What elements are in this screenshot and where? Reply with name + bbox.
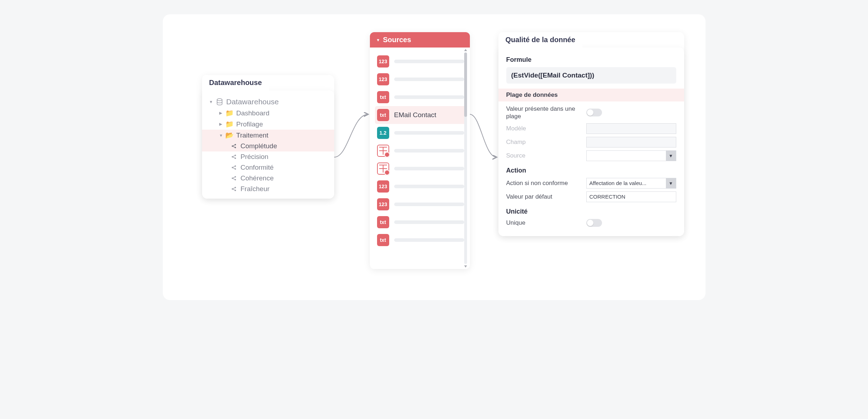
source-row[interactable]: txt — [375, 213, 466, 231]
scrollbar-thumb[interactable] — [464, 53, 467, 117]
txt-type-icon: txt — [377, 216, 389, 228]
modele-label: Modèle — [506, 125, 581, 132]
number-type-icon: 123 — [377, 198, 389, 210]
tree-label: Précision — [241, 153, 269, 161]
tree-item-precision[interactable]: Précision — [202, 151, 334, 162]
svg-point-15 — [235, 190, 236, 191]
tree-item-conformite[interactable]: Conformité — [202, 162, 334, 173]
valeur-defaut-label: Valeur par défaut — [506, 193, 581, 200]
caret-down-icon: ▼ — [376, 38, 380, 42]
tree-item-traitement[interactable]: ▼ 📂 Traitement — [202, 130, 334, 141]
number-type-icon: 123 — [377, 55, 389, 68]
diagram-canvas: Datawarehouse ▼ Datawarehouse ▶ 📁 Dashbo… — [163, 14, 706, 300]
tree-item-coherence[interactable]: Cohérence — [202, 173, 334, 184]
txt-type-icon: txt — [377, 91, 389, 103]
source-row[interactable]: txt — [375, 88, 466, 106]
svg-point-4 — [232, 156, 233, 158]
svg-point-11 — [235, 176, 236, 178]
action-heading: Action — [506, 167, 676, 174]
tree-root[interactable]: ▼ Datawarehouse — [202, 95, 334, 108]
caret-right-icon: ▶ — [219, 122, 223, 126]
champ-label: Champ — [506, 139, 581, 146]
tree-item-dashboard[interactable]: ▶ 📁 Dashboard — [202, 108, 334, 119]
scrollbar[interactable] — [464, 53, 467, 264]
unicite-heading: Unicité — [506, 208, 676, 215]
panel1-tab: Datawarehouse — [202, 75, 269, 90]
panel-sources: ▼ Sources 123123txttxtEMail Contact1.212… — [370, 32, 470, 269]
txt-type-icon: txt — [377, 109, 389, 121]
sources-list: 123123txttxtEMail Contact1.2123123txttxt — [370, 48, 470, 269]
action-select-value: Affectation de la valeu... — [589, 180, 647, 186]
tree-item-completude[interactable]: Complétude — [202, 141, 334, 151]
tree-item-fraicheur[interactable]: Fraîcheur — [202, 184, 334, 194]
datetime-icon — [377, 145, 389, 157]
placeholder-line — [394, 95, 464, 99]
svg-point-5 — [235, 155, 236, 156]
tree-root-label: Datawarehouse — [226, 98, 279, 106]
tree-item-profilage[interactable]: ▶ 📁 Profilage — [202, 119, 334, 130]
modele-input[interactable] — [586, 123, 676, 134]
formule-heading: Formule — [506, 56, 676, 64]
panel-datawarehouse: Datawarehouse ▼ Datawarehouse ▶ 📁 Dashbo… — [202, 75, 334, 199]
placeholder-line — [394, 203, 464, 206]
connector-arrow-icon — [470, 111, 498, 164]
svg-point-10 — [232, 178, 233, 179]
connector-arrow-icon — [334, 111, 370, 164]
source-row[interactable]: 123 — [375, 70, 466, 88]
datetime-icon — [377, 163, 389, 175]
share-icon — [230, 165, 238, 170]
plage-heading: Plage de données — [498, 89, 684, 101]
valeur-defaut-value: CORRECTION — [589, 194, 626, 200]
folder-icon: 📁 — [226, 120, 234, 128]
valeur-defaut-input[interactable]: CORRECTION — [586, 191, 676, 202]
number-type-icon: 123 — [377, 73, 389, 85]
share-icon — [230, 186, 238, 192]
share-icon — [230, 154, 238, 160]
champ-input[interactable] — [586, 137, 676, 148]
placeholder-line — [394, 220, 464, 224]
source-row[interactable]: 123 — [375, 195, 466, 213]
tree-label: Traitement — [236, 131, 269, 139]
share-icon — [230, 143, 238, 149]
number-type-icon: 123 — [377, 180, 389, 193]
tree-label: Profilage — [236, 120, 263, 128]
placeholder-line — [394, 167, 464, 170]
source-row[interactable]: 123 — [375, 178, 466, 195]
action-select[interactable]: Affectation de la valeu... ▾ — [586, 178, 676, 189]
caret-right-icon: ▶ — [219, 111, 223, 115]
source-row[interactable]: txtEMail Contact — [375, 106, 466, 124]
chevron-down-icon: ▾ — [666, 151, 676, 161]
svg-point-3 — [235, 147, 236, 148]
tree: ▼ Datawarehouse ▶ 📁 Dashboard ▶ 📁 Profil… — [202, 95, 334, 194]
source-row[interactable] — [375, 142, 466, 160]
txt-type-icon: txt — [377, 234, 389, 246]
toggle-valeur-presente[interactable] — [586, 109, 602, 116]
placeholder-line — [394, 78, 464, 81]
caret-down-icon: ▼ — [209, 100, 213, 104]
panel-qualite: Qualité de la donnée Formule (EstVide([E… — [498, 32, 684, 236]
source-label: EMail Contact — [394, 111, 436, 119]
action-si-label: Action si non conforme — [506, 180, 581, 187]
placeholder-line — [394, 60, 464, 63]
placeholder-line — [394, 238, 464, 242]
unique-label: Unique — [506, 219, 581, 226]
source-row[interactable]: txt — [375, 231, 466, 249]
sources-title: Sources — [383, 36, 411, 44]
toggle-unique[interactable] — [586, 219, 602, 227]
chevron-down-icon: ▾ — [666, 178, 676, 188]
svg-point-2 — [235, 144, 236, 145]
source-row[interactable] — [375, 160, 466, 178]
tree-label: Cohérence — [241, 174, 274, 182]
formula-box[interactable]: (EstVide([EMail Contact])) — [506, 67, 676, 84]
sources-header[interactable]: ▼ Sources — [370, 32, 470, 48]
source-select[interactable]: ▾ — [586, 150, 676, 161]
svg-point-6 — [235, 158, 236, 159]
tree-label: Dashboard — [236, 109, 270, 117]
svg-point-7 — [232, 167, 233, 168]
folder-icon: 📁 — [226, 109, 234, 117]
source-row[interactable]: 1.2 — [375, 124, 466, 142]
svg-point-13 — [232, 188, 233, 190]
decimal-type-icon: 1.2 — [377, 127, 389, 139]
tree-label: Complétude — [241, 142, 277, 150]
source-row[interactable]: 123 — [375, 53, 466, 70]
